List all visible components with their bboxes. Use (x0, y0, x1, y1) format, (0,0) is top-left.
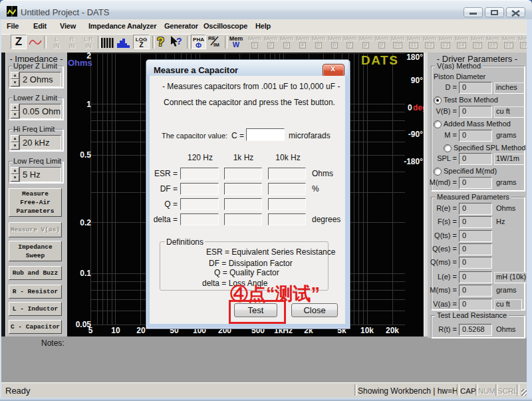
svg-text:0.5: 0.5 (80, 150, 91, 160)
svg-text:DATS: DATS (361, 53, 398, 67)
svg-text:10: 10 (111, 326, 120, 335)
svg-text:180°: 180° (406, 53, 423, 62)
svg-text:0.2: 0.2 (80, 218, 91, 227)
svg-text:1: 1 (86, 100, 91, 109)
svg-text:IM: IM (213, 42, 219, 48)
svg-text:5: 5 (88, 326, 93, 335)
svg-text:20: 20 (136, 326, 146, 335)
svg-text:0: 0 (408, 103, 412, 112)
svg-text:RE: RE (208, 35, 216, 41)
svg-text:20k: 20k (386, 326, 399, 335)
svg-text:10k: 10k (360, 326, 374, 335)
svg-text:?: ? (176, 36, 182, 47)
svg-text:0.1: 0.1 (80, 269, 91, 278)
svg-text:Ohms: Ohms (68, 58, 92, 68)
